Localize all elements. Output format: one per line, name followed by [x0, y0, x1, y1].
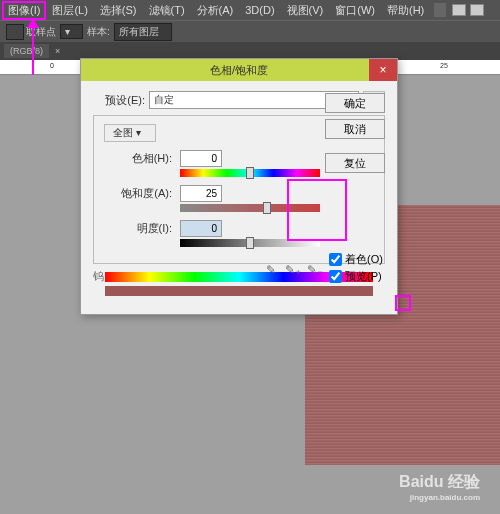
dialog-title: 色相/饱和度: [210, 63, 268, 78]
menu-view[interactable]: 视图(V): [281, 1, 330, 20]
eyedropper-sub-icon[interactable]: ✎₋: [307, 262, 323, 278]
hand-tool-icon[interactable]: 钨: [93, 269, 104, 284]
reset-button[interactable]: 复位: [325, 153, 385, 173]
menu-help[interactable]: 帮助(H): [381, 1, 430, 20]
saturation-label: 饱和度(A):: [104, 186, 172, 201]
saturation-slider[interactable]: [180, 204, 320, 212]
workspace-icon[interactable]: [452, 4, 466, 16]
sample-layers-dropdown[interactable]: 所有图层: [114, 23, 172, 41]
menu-layer[interactable]: 图层(L): [46, 1, 93, 20]
tool-preset-icon[interactable]: [6, 24, 24, 40]
hue-saturation-dialog: 色相/饱和度 × 预设(E): 自定▾ 全图 ▾ 色相(H): 饱和度(A): …: [80, 58, 398, 315]
eyedropper-add-icon[interactable]: ✎₊: [285, 262, 301, 278]
document-tab[interactable]: (RGB/8): [4, 44, 49, 58]
hue-slider[interactable]: [180, 169, 320, 177]
colorize-label: 着色(O): [345, 252, 383, 267]
eyedropper-icon[interactable]: ✎: [263, 262, 279, 278]
menu-3d[interactable]: 3D(D): [239, 2, 280, 18]
menu-window[interactable]: 窗口(W): [329, 1, 381, 20]
sample-label: 样本:: [87, 25, 110, 39]
channel-dropdown[interactable]: 全图 ▾: [104, 124, 156, 142]
saturation-input[interactable]: [180, 185, 222, 202]
screen-mode-icon[interactable]: [470, 4, 484, 16]
lightness-slider[interactable]: [180, 239, 320, 247]
sample-size-dropdown[interactable]: ▾: [60, 24, 83, 39]
cancel-button[interactable]: 取消: [325, 119, 385, 139]
ok-button[interactable]: 确定: [325, 93, 385, 113]
dialog-titlebar: 色相/饱和度 ×: [81, 59, 397, 81]
menu-select[interactable]: 选择(S): [94, 1, 143, 20]
preview-checkbox[interactable]: [329, 270, 342, 283]
dialog-close-button[interactable]: ×: [369, 59, 397, 81]
preview-label: 预览(P): [345, 269, 382, 284]
menu-analysis[interactable]: 分析(A): [191, 1, 240, 20]
menu-image[interactable]: 图像(I): [2, 1, 46, 20]
color-range-bar-bottom: [105, 286, 373, 296]
watermark: Baidu 经验 jingyan.baidu.com: [399, 472, 480, 502]
preset-label: 预设(E):: [93, 93, 145, 108]
lightness-input[interactable]: [180, 220, 222, 237]
lightness-label: 明度(I):: [104, 221, 172, 236]
hue-label: 色相(H):: [104, 151, 172, 166]
menu-filter[interactable]: 滤镜(T): [143, 1, 191, 20]
menu-bar: 图像(I) 图层(L) 选择(S) 滤镜(T) 分析(A) 3D(D) 视图(V…: [0, 0, 500, 20]
options-bar: 取样点 ▾ 样本: 所有图层: [0, 20, 500, 42]
hue-input[interactable]: [180, 150, 222, 167]
annotation-arrow-head: [27, 18, 39, 28]
tab-close-icon[interactable]: ×: [55, 46, 60, 56]
colorize-checkbox[interactable]: [329, 253, 342, 266]
